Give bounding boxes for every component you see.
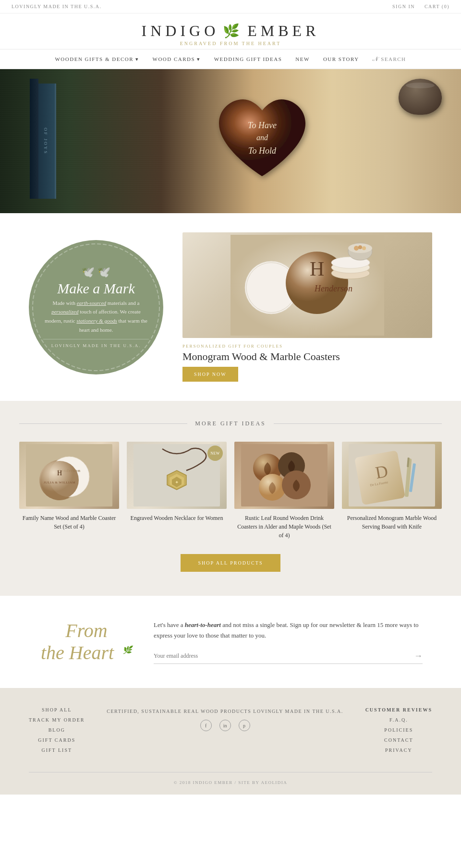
email-input[interactable]: [154, 650, 414, 663]
submit-arrow-icon[interactable]: →: [414, 649, 423, 663]
section-title: MORE GIFT IDEAS: [195, 420, 266, 427]
serving-board-svg: D De La Fuente: [349, 444, 435, 506]
email-row: →: [154, 649, 423, 664]
newsletter-body: Let's have a heart-to-heart and not miss…: [154, 620, 423, 664]
instagram-icon[interactable]: in: [219, 720, 231, 731]
hero-section: OF JOYS To Have and To Hold: [0, 69, 461, 213]
svg-text:H: H: [310, 258, 324, 280]
leaf-coasters-svg: [241, 444, 328, 506]
logo-area: INDIGO 🌿 EMBER Engraved From The Heart: [0, 13, 461, 49]
shop-all-button[interactable]: SHOP ALL PRODUCTS: [181, 554, 281, 572]
gift-image-2: New ✦: [127, 442, 227, 509]
made-in-usa-circle: LOVINGLY MADE IN THE U.S.A.: [43, 339, 149, 348]
coaster-image-svg: H Henderson: [230, 235, 384, 336]
make-mark-title: Make a Mark: [43, 280, 149, 297]
nav-item-wooden-gifts[interactable]: WOODEN GIFTS & DECOR ▾: [55, 56, 139, 62]
footer-gift-cards[interactable]: GIFT CARDS: [29, 737, 85, 743]
cart-link[interactable]: CART (0): [425, 4, 449, 9]
svg-text:JULIA & WILLIAM: JULIA & WILLIAM: [44, 481, 76, 484]
svg-point-17: [362, 246, 366, 250]
svg-text:H: H: [57, 470, 62, 477]
make-mark-body: Made with earth-sourced materials and a …: [43, 299, 149, 335]
necklace-svg: ✦: [133, 444, 220, 506]
newsletter-script-text: From the Heart 🌿: [38, 620, 134, 664]
gift-ideas-section: MORE GIFT IDEAS Henderson H JULIA & WILL…: [0, 401, 461, 596]
facebook-icon[interactable]: f: [200, 720, 212, 731]
top-bar: LOVINGLY MADE IN THE U.S.A. SIGN IN CART…: [0, 0, 461, 13]
newsletter-leaf-icon: 🌿: [122, 646, 132, 654]
circle-bird-deco: 🕊️ 🕊️: [43, 266, 149, 278]
footer-gift-list[interactable]: GIFT LIST: [29, 747, 85, 753]
nav-item-wedding[interactable]: WEDDING GIFT IDEAS: [214, 56, 282, 62]
footer-faq[interactable]: F.A.Q.: [365, 717, 432, 723]
svg-text:Henderson: Henderson: [314, 284, 352, 293]
search-icon: 𝒩: [373, 55, 378, 63]
footer-privacy[interactable]: PRIVACY: [365, 747, 432, 753]
newsletter-section: From the Heart 🌿 Let's have a heart-to-h…: [0, 596, 461, 688]
gift-title-1: Family Name Wood and Marble Coaster Set …: [19, 514, 119, 531]
newsletter-title-line1: From: [65, 620, 107, 641]
gift-image-1: Henderson H JULIA & WILLIAM: [19, 442, 119, 509]
footer-col-3: CUSTOMER REVIEWS F.A.Q. POLICIES CONTACT…: [365, 707, 432, 758]
footer-col-1: SHOP ALL TRACK MY ORDER BLOG GIFT CARDS …: [29, 707, 85, 758]
gift-grid: Henderson H JULIA & WILLIAM Family Name …: [19, 442, 442, 540]
gift-item-2[interactable]: New ✦ Engraved Wooden Necklace for Women: [127, 442, 227, 540]
feature-category: PERSONALIZED GIFT FOR COUPLES: [182, 344, 432, 349]
hero-heart-image: To Have and To Hold: [209, 92, 315, 188]
newsletter-title-line2: the Heart: [41, 642, 114, 663]
right-divider: [274, 423, 442, 424]
chevron-down-icon: ▾: [197, 56, 201, 62]
footer: SHOP ALL TRACK MY ORDER BLOG GIFT CARDS …: [0, 688, 461, 795]
footer-grid: SHOP ALL TRACK MY ORDER BLOG GIFT CARDS …: [29, 707, 432, 758]
logo-brand2: EMBER: [247, 22, 319, 40]
make-mark-circle: 🕊️ 🕊️ Make a Mark Made with earth-source…: [29, 240, 163, 374]
svg-point-22: [40, 461, 79, 499]
footer-socials: f in p: [107, 720, 343, 731]
gift-item-3[interactable]: Rustic Leaf Round Wooden Drink Coasters …: [234, 442, 334, 540]
chevron-down-icon: ▾: [135, 56, 139, 62]
logo-leaf-icon: 🌿: [223, 23, 243, 39]
feature-product: H Henderson PERSONALIZED GIFT FOR COUPLE…: [182, 232, 432, 382]
feature-title: Monogram Wood & Marble Coasters: [182, 350, 432, 363]
make-mark-content: 🕊️ 🕊️ Make a Mark Made with earth-source…: [29, 252, 163, 363]
gift-item-4[interactable]: D De La Fuente Personalized Monogram Mar…: [342, 442, 442, 540]
sign-in-link[interactable]: SIGN IN: [392, 4, 415, 9]
footer-shop-all[interactable]: SHOP ALL: [29, 707, 85, 712]
pinterest-icon[interactable]: p: [239, 720, 250, 731]
svg-text:✦: ✦: [175, 480, 179, 485]
search-label: Search: [381, 56, 406, 62]
mid-section: 🕊️ 🕊️ Make a Mark Made with earth-source…: [0, 213, 461, 401]
gift-title-2: Engraved Wooden Necklace for Women: [127, 514, 227, 522]
shop-now-button[interactable]: SHOP NOW: [182, 367, 238, 382]
svg-text:To Have: To Have: [248, 121, 277, 130]
nav-item-wood-cards[interactable]: WOOD CARDS ▾: [153, 56, 201, 62]
svg-point-16: [358, 245, 362, 249]
footer-blog[interactable]: BLOG: [29, 727, 85, 733]
feature-product-image: H Henderson: [182, 232, 432, 338]
nav-item-new[interactable]: NEW: [295, 56, 310, 62]
svg-point-15: [354, 246, 359, 251]
footer-copyright: © 2018 INDIGO EMBER / SITE BY AEOLIDIA: [29, 772, 432, 785]
main-nav: WOODEN GIFTS & DECOR ▾ WOOD CARDS ▾ WEDD…: [0, 49, 461, 69]
footer-col-2: CERTIFIED, SUSTAINABLE REAL WOOD PRODUCT…: [107, 707, 343, 758]
footer-policies[interactable]: POLICIES: [365, 727, 432, 733]
footer-contact[interactable]: CONTACT: [365, 737, 432, 743]
svg-text:and: and: [256, 133, 268, 142]
logo-brand1: INDIGO: [142, 22, 219, 40]
section-header: MORE GIFT IDEAS: [19, 420, 442, 427]
logo-title[interactable]: INDIGO 🌿 EMBER: [0, 22, 461, 40]
footer-certified-text: CERTIFIED, SUSTAINABLE REAL WOOD PRODUCT…: [107, 707, 343, 716]
search-nav[interactable]: 𝒩 Search: [373, 55, 406, 63]
svg-text:To Hold: To Hold: [248, 146, 277, 156]
gift-image-4: D De La Fuente: [342, 442, 442, 509]
footer-customer-reviews[interactable]: CUSTOMER REVIEWS: [365, 707, 432, 712]
new-badge: New: [207, 446, 223, 461]
footer-track-order[interactable]: TRACK MY ORDER: [29, 717, 85, 723]
made-in-usa: LOVINGLY MADE IN THE U.S.A.: [12, 4, 102, 9]
gift-item-1[interactable]: Henderson H JULIA & WILLIAM Family Name …: [19, 442, 119, 540]
gift-image-3: [234, 442, 334, 509]
gift-title-3: Rustic Leaf Round Wooden Drink Coasters …: [234, 514, 334, 540]
nav-item-our-story[interactable]: OUR STORY: [323, 56, 359, 62]
logo-subtitle: Engraved From The Heart: [0, 41, 461, 46]
coaster-family-svg: Henderson H JULIA & WILLIAM: [26, 444, 112, 506]
